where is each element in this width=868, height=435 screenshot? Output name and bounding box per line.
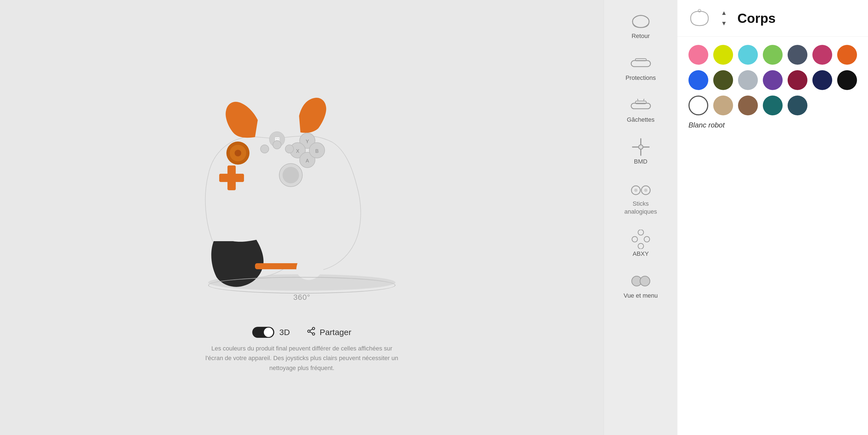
svg-point-40	[644, 189, 647, 192]
protections-icon	[630, 55, 652, 71]
controller-shadow	[208, 277, 396, 293]
color-swatch-brown[interactable]	[738, 96, 758, 115]
sidebar-item-vue-menu[interactable]: Vue et menu	[604, 265, 677, 307]
bottom-controls: 3D Partager Les couleurs du produit fina…	[206, 327, 398, 373]
header-controller-icon	[688, 8, 711, 28]
vue-menu-icon	[630, 273, 652, 289]
svg-point-41	[638, 229, 644, 235]
color-swatch-light-gray[interactable]	[738, 70, 758, 90]
svg-rect-4	[219, 174, 244, 182]
color-swatch-dark-red[interactable]	[787, 70, 807, 90]
retour-icon	[630, 13, 652, 30]
color-swatch-teal[interactable]	[763, 96, 783, 115]
abxy-icon	[630, 231, 652, 248]
color-row-2	[688, 70, 857, 90]
svg-point-46	[640, 276, 650, 286]
color-swatch-purple[interactable]	[763, 70, 783, 90]
svg-point-7	[235, 150, 241, 156]
color-swatch-magenta[interactable]	[812, 45, 832, 65]
bmd-label: BMD	[634, 158, 647, 165]
sidebar-item-abxy[interactable]: ABXY	[604, 223, 677, 265]
color-swatch-yellow[interactable]	[713, 45, 733, 65]
svg-text:X: X	[296, 148, 299, 154]
color-swatch-tan[interactable]	[713, 96, 733, 115]
color-swatch-orange[interactable]	[837, 45, 857, 65]
nav-up-button[interactable]: ▲	[719, 8, 729, 18]
color-swatch-dark-gray[interactable]	[787, 45, 807, 65]
main-viewport: ⊞ Y X	[0, 0, 603, 435]
controller-3d-view[interactable]: ⊞ Y X	[150, 62, 453, 310]
svg-point-18	[260, 145, 269, 153]
color-picker-panel: ▲ ▼ Corps Blanc robot	[677, 0, 868, 435]
color-swatch-cyan[interactable]	[738, 45, 758, 65]
svg-line-32	[638, 99, 638, 100]
svg-line-25	[310, 332, 313, 333]
svg-point-43	[644, 237, 650, 242]
svg-point-38	[634, 189, 638, 192]
abxy-label: ABXY	[632, 250, 649, 257]
sidebar-item-protections[interactable]: Protections	[604, 48, 677, 89]
customization-sidebar: Retour Protections Gâchett	[603, 0, 868, 435]
svg-point-19	[273, 141, 281, 149]
bmd-icon	[630, 139, 652, 155]
share-button[interactable]: Partager	[307, 327, 351, 338]
svg-point-36	[639, 145, 643, 149]
color-swatch-white[interactable]	[688, 96, 708, 115]
color-swatch-blue[interactable]	[688, 70, 708, 90]
svg-text:Y: Y	[306, 139, 309, 144]
panel-title: Corps	[738, 11, 776, 26]
sticks-icon	[630, 181, 652, 197]
rotation-label: 360°	[293, 293, 310, 302]
retour-label: Retour	[631, 32, 650, 40]
color-swatch-green[interactable]	[763, 45, 783, 65]
svg-text:B: B	[315, 148, 319, 154]
svg-point-20	[285, 145, 293, 153]
color-row-3	[688, 96, 857, 115]
nav-down-button[interactable]: ▼	[719, 19, 729, 28]
svg-line-26	[310, 329, 313, 331]
svg-rect-28	[631, 61, 650, 67]
controller-image: ⊞ Y X	[178, 79, 426, 293]
3d-toggle-group[interactable]: 3D	[252, 327, 290, 338]
color-swatch-navy[interactable]	[812, 70, 832, 90]
svg-point-44	[638, 243, 644, 249]
svg-point-9	[283, 167, 299, 183]
svg-rect-29	[635, 59, 646, 61]
3d-toggle-switch[interactable]	[252, 327, 274, 338]
vue-menu-label: Vue et menu	[624, 292, 658, 299]
svg-rect-21	[255, 263, 302, 269]
color-swatch-black[interactable]	[837, 70, 857, 90]
disclaimer-text: Les couleurs du produit final peuvent di…	[206, 344, 398, 373]
color-row-1	[688, 45, 857, 65]
sidebar-item-gachettes[interactable]: Gâchettes	[604, 89, 677, 131]
sticks-label: Sticksanalogiques	[624, 200, 657, 216]
gachettes-icon	[630, 97, 652, 114]
sidebar-item-bmd[interactable]: BMD	[604, 131, 677, 173]
sidebar-item-retour[interactable]: Retour	[604, 5, 677, 48]
svg-point-27	[632, 15, 649, 28]
sidebar-nav: Retour Protections Gâchett	[604, 0, 677, 435]
gachettes-label: Gâchettes	[627, 116, 654, 123]
panel-header: ▲ ▼ Corps	[677, 0, 868, 37]
controls-row: 3D Partager	[252, 327, 351, 338]
selected-color-name: Blanc robot	[688, 121, 857, 129]
svg-line-33	[644, 99, 644, 100]
3d-label: 3D	[279, 328, 290, 337]
svg-point-42	[632, 237, 638, 242]
color-grid-section: Blanc robot	[677, 37, 868, 135]
color-swatch-pink[interactable]	[688, 45, 708, 65]
color-swatch-dark-teal[interactable]	[787, 96, 807, 115]
toggle-knob	[264, 328, 273, 337]
share-label: Partager	[320, 328, 351, 337]
share-icon	[307, 327, 316, 338]
header-arrows: ▲ ▼	[719, 8, 729, 28]
protections-label: Protections	[625, 74, 656, 82]
svg-text:A: A	[306, 158, 309, 163]
sidebar-item-sticks[interactable]: Sticksanalogiques	[604, 173, 677, 223]
color-swatch-olive[interactable]	[713, 70, 733, 90]
